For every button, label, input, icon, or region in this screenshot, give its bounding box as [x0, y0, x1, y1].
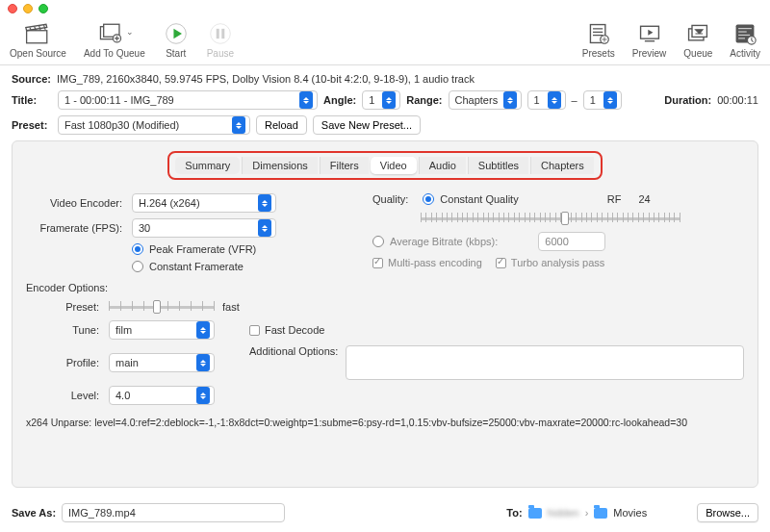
start-label: Start [166, 48, 186, 59]
chevron-down-icon: ⌄ [126, 27, 134, 37]
save-bar: Save As: IMG_789.mp4 To: hidden › Movies… [0, 495, 770, 532]
additional-options-field[interactable] [346, 345, 744, 380]
breadcrumb-arrow: › [585, 507, 589, 519]
queue-icon [684, 21, 711, 46]
average-bitrate-label: Average Bitrate (kbps): [390, 236, 498, 247]
enc-tune-select[interactable]: film [109, 320, 215, 340]
enc-level-select[interactable]: 4.0 [109, 386, 215, 405]
pause-label: Pause [207, 48, 234, 59]
presets-button[interactable]: Presets [582, 21, 615, 59]
save-preset-button[interactable]: Save New Preset... [313, 115, 421, 135]
x264-unparse-text: x264 Unparse: level=4.0:ref=2:deblock=-1… [26, 417, 744, 428]
activity-button[interactable]: Activity [730, 21, 760, 59]
preset-row: Preset: Fast 1080p30 (Modified) Reload S… [12, 115, 758, 135]
to-label: To: [506, 507, 522, 519]
enc-preset-slider[interactable] [109, 299, 215, 315]
preset-select[interactable]: Fast 1080p30 (Modified) [58, 115, 250, 135]
traffic-zoom[interactable] [38, 4, 48, 13]
range-from-select[interactable]: 1 [527, 90, 566, 110]
preview-button[interactable]: Preview [632, 21, 667, 59]
traffic-close[interactable] [8, 4, 17, 13]
additional-options-label: Additional Options: [249, 345, 338, 357]
fast-decode-label: Fast Decode [265, 324, 324, 336]
source-row: Source: IMG_789, 2160x3840, 59.9745 FPS,… [12, 73, 758, 85]
framerate-label: Framerate (FPS): [26, 222, 126, 234]
browse-button[interactable]: Browse... [697, 503, 758, 522]
duration-label: Duration: [664, 94, 711, 106]
rf-slider[interactable] [421, 211, 680, 226]
clapperboard-icon [24, 21, 51, 46]
tab-video[interactable]: Video [371, 157, 417, 174]
source-text: IMG_789, 2160x3840, 59.9745 FPS, Dolby V… [57, 73, 475, 85]
rf-label: RF [607, 193, 622, 205]
range-to-select[interactable]: 1 [583, 90, 622, 110]
tab-highlight-box: Summary Dimensions Filters Video Audio S… [167, 151, 602, 180]
encoder-options-label: Encoder Options: [26, 282, 744, 293]
average-bitrate-field[interactable]: 6000 [538, 232, 605, 251]
tab-filters[interactable]: Filters [320, 157, 369, 174]
preview-label: Preview [632, 48, 667, 59]
activity-label: Activity [730, 48, 760, 59]
svg-rect-14 [738, 28, 752, 29]
enc-profile-select[interactable]: main [109, 353, 215, 372]
pause-icon [207, 21, 234, 46]
presets-icon [585, 21, 612, 46]
range-label: Range: [406, 94, 442, 106]
peak-framerate-label: Peak Framerate (VFR) [149, 243, 256, 255]
svg-rect-16 [738, 35, 750, 36]
source-label: Source: [12, 73, 51, 85]
range-mode-select[interactable]: Chapters [449, 90, 522, 110]
svg-rect-6 [217, 29, 219, 38]
queue-add-icon [97, 21, 124, 46]
start-button[interactable]: Start [163, 21, 190, 59]
save-as-label: Save As: [12, 507, 56, 519]
presets-label: Presets [582, 48, 615, 59]
video-encoder-label: Video Encoder: [26, 197, 126, 209]
framerate-select[interactable]: 30 [132, 218, 276, 238]
tab-summary[interactable]: Summary [175, 157, 240, 174]
peak-framerate-radio[interactable] [132, 243, 143, 255]
fast-decode-checkbox[interactable] [249, 325, 260, 336]
tab-audio[interactable]: Audio [419, 157, 466, 174]
reload-button[interactable]: Reload [256, 115, 307, 135]
preview-icon [636, 21, 663, 46]
duration-value: 00:00:11 [717, 94, 758, 106]
rf-value: 24 [638, 193, 650, 205]
enc-tune-label: Tune: [26, 324, 103, 336]
constant-framerate-radio[interactable] [132, 261, 143, 272]
range-sep: – [572, 94, 578, 106]
tab-chapters[interactable]: Chapters [530, 157, 594, 174]
svg-rect-15 [738, 31, 747, 32]
main-toolbar: Open Source ⌄ Add To Queue Start Pause [0, 17, 770, 65]
tab-dimensions[interactable]: Dimensions [242, 157, 317, 174]
enc-preset-label: Preset: [26, 301, 103, 313]
play-icon [163, 21, 190, 46]
folder-icon [594, 508, 607, 519]
folder-icon [528, 508, 542, 519]
angle-select[interactable]: 1 [362, 90, 400, 110]
open-source-label: Open Source [10, 48, 66, 59]
open-source-button[interactable]: Open Source [10, 21, 66, 59]
queue-button[interactable]: Queue [683, 21, 712, 59]
add-to-queue-button[interactable]: ⌄ Add To Queue [84, 21, 145, 59]
queue-label: Queue [683, 48, 712, 59]
multipass-checkbox [372, 258, 383, 268]
svg-rect-0 [27, 31, 47, 43]
pause-button: Pause [207, 21, 234, 59]
save-as-field[interactable]: IMG_789.mp4 [62, 503, 285, 522]
constant-quality-radio[interactable] [423, 193, 434, 205]
enc-profile-label: Profile: [26, 357, 103, 368]
window-titlebar [0, 0, 770, 17]
average-bitrate-radio[interactable] [372, 236, 384, 247]
traffic-minimize[interactable] [23, 4, 33, 13]
svg-rect-17 [738, 38, 745, 38]
hidden-path: hidden [548, 507, 579, 519]
tab-subtitles[interactable]: Subtitles [468, 157, 528, 174]
video-encoder-select[interactable]: H.264 (x264) [132, 193, 276, 213]
activity-icon [732, 21, 758, 46]
title-select[interactable]: 1 - 00:00:11 - IMG_789 [58, 90, 318, 110]
turbo-checkbox [496, 258, 506, 268]
preset-label: Preset: [12, 119, 52, 131]
encoder-options-section: Encoder Options: Preset: fast Tune: [26, 282, 744, 428]
constant-framerate-label: Constant Framerate [149, 261, 244, 272]
